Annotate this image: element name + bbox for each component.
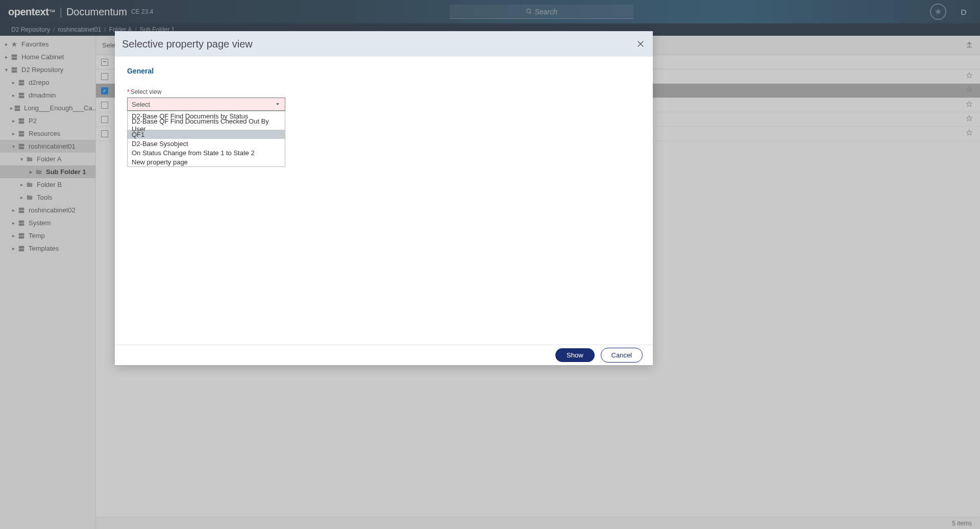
modal-header: Selective property page view [115,31,653,57]
chevron-down-icon [275,101,281,107]
field-label: *Select view [127,88,641,95]
dropdown-list: D2-Base QF Find Documents by StatusD2-Ba… [127,111,285,167]
select-view-dropdown[interactable]: Select [127,98,285,111]
dropdown-option[interactable]: New property page [128,157,285,166]
modal-footer: Show Cancel [115,345,653,365]
close-icon[interactable] [635,39,646,49]
property-page-modal: Selective property page view General *Se… [115,31,653,365]
modal-body: General *Select view Select D2-Base QF F… [115,57,653,345]
dropdown-option[interactable]: D2-Base Sysobject [128,139,285,148]
select-view-wrap: Select D2-Base QF Find Documents by Stat… [127,98,285,111]
required-mark: * [127,88,130,95]
section-title: General [127,67,641,75]
modal-title: Selective property page view [122,38,253,50]
cancel-button[interactable]: Cancel [601,348,643,363]
select-placeholder: Select [132,101,150,108]
dropdown-option[interactable]: D2-Base QF Find Documents Checked Out By… [128,121,285,130]
dropdown-option[interactable]: On Status Change from State 1 to State 2 [128,148,285,157]
show-button[interactable]: Show [555,348,595,362]
